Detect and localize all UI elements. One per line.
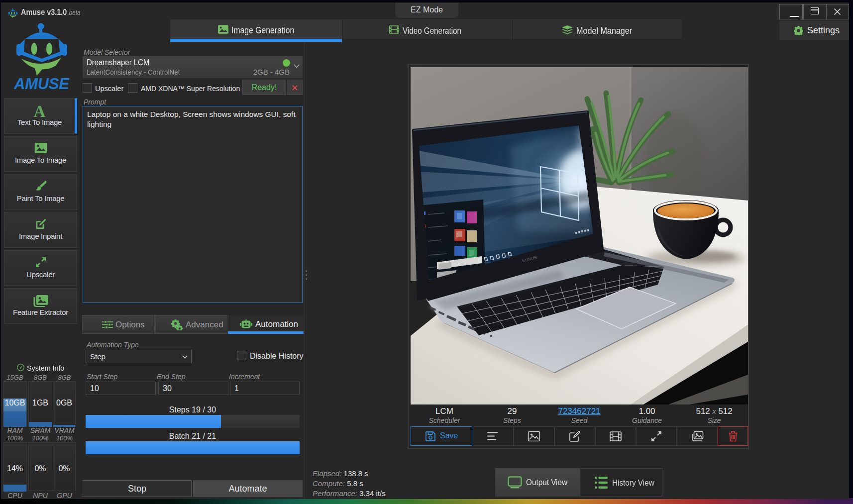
svg-text:AMUSE: AMUSE bbox=[14, 75, 70, 91]
